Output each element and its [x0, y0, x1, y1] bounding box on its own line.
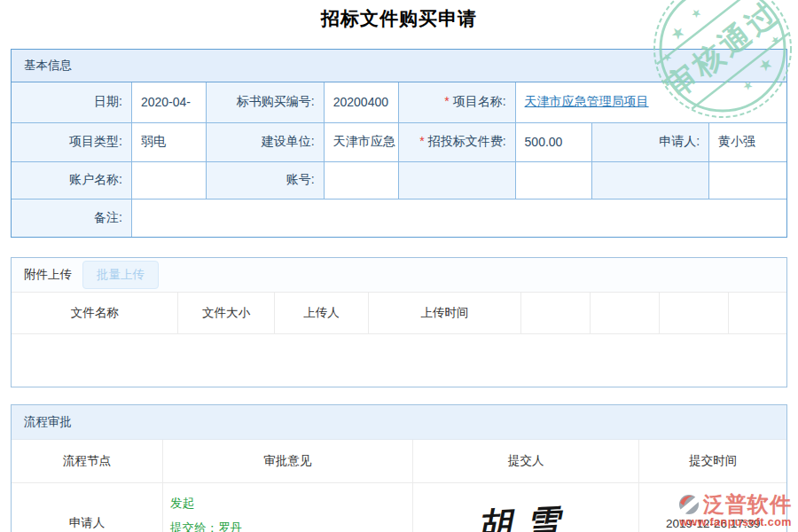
star-icon: ★: [768, 32, 783, 48]
empty-value-cell: [709, 161, 786, 199]
table-row: 项目类型: 弱电 建设单位: 天津市应急 *招投标文件费: 500.00 申请人…: [12, 122, 786, 161]
build-unit-label: 建设单位:: [206, 122, 324, 161]
approval-flow-section-header: 流程审批: [12, 405, 786, 440]
handwritten-signature: 胡雪: [477, 498, 575, 532]
col-approval-opinion: 审批意见: [162, 440, 412, 482]
table-row: 账户名称: 账号:: [12, 161, 786, 199]
account-no-label: 账号:: [206, 161, 324, 199]
table-header-cell: [520, 293, 591, 333]
approval-flow-section-title: 流程审批: [24, 414, 72, 430]
empty-label-cell: [592, 161, 709, 199]
required-mark: *: [419, 134, 424, 148]
purchase-no-label: 标书购买编号:: [206, 82, 324, 122]
attachments-section: 附件上传 批量上传 文件名称 文件大小 上传人 上传时间: [11, 257, 787, 387]
col-uploader: 上传人: [274, 293, 369, 333]
table-header-cell: [728, 293, 786, 333]
empty-table-body: [12, 333, 786, 387]
attachments-table: 文件名称 文件大小 上传人 上传时间: [12, 293, 786, 387]
applicant-label: 申请人:: [592, 122, 709, 161]
date-label: 日期:: [12, 82, 131, 122]
table-row: 备注:: [12, 199, 786, 237]
applicant-value: 黄小强: [709, 122, 786, 161]
build-unit-value: 天津市应急: [324, 122, 399, 161]
required-mark: *: [444, 94, 449, 108]
attachments-section-header: 附件上传 批量上传: [12, 258, 786, 293]
basic-info-section: 基本信息 日期: 2020-04- 标书购买编号: 20200400 *项目名称…: [11, 49, 787, 238]
basic-info-section-header: 基本信息: [12, 50, 786, 82]
col-submit-time: 提交时间: [639, 440, 786, 482]
table-header-row: 文件名称 文件大小 上传人 上传时间: [12, 293, 786, 333]
approval-flow-section: 流程审批 流程节点 审批意见 提交人 提交时间 申请人 发起 提交给：罗丹 胡雪: [11, 404, 787, 532]
tender-purchase-form-page: 招标文件购买申请 审核通过 ★ ★ ★ ★ ★ ★ 基本信息: [0, 0, 798, 532]
submit-time-value: 2019-12-26 17:39: [639, 482, 786, 532]
project-name-label-text: 项目名称:: [453, 94, 506, 108]
table-header-cell: [660, 293, 729, 333]
account-no-value: [324, 161, 399, 199]
col-file-name: 文件名称: [12, 293, 178, 333]
project-link[interactable]: 天津市应急管理局项目: [525, 94, 649, 108]
project-type-label: 项目类型:: [12, 122, 131, 161]
purchase-no-value: 20200400: [324, 82, 399, 122]
project-name-value: 天津市应急管理局项目: [515, 82, 786, 122]
col-submitter: 提交人: [413, 440, 639, 482]
bid-doc-fee-value: 500.00: [515, 122, 592, 161]
remark-label: 备注:: [12, 199, 131, 237]
account-name-value: [131, 161, 206, 199]
empty-value-cell: [515, 161, 592, 199]
basic-info-table: 日期: 2020-04- 标书购买编号: 20200400 *项目名称: 天津市…: [12, 82, 786, 237]
page-title: 招标文件购买申请: [0, 6, 798, 31]
table-header-row: 流程节点 审批意见 提交人 提交时间: [12, 440, 786, 482]
remark-value: [131, 199, 786, 237]
attachments-section-title: 附件上传: [24, 267, 72, 283]
table-row: 申请人 发起 提交给：罗丹 胡雪 2019-12-26 17:39: [12, 482, 786, 532]
project-name-label: *项目名称:: [399, 82, 515, 122]
batch-upload-button[interactable]: 批量上传: [82, 261, 159, 289]
approval-opinion-cell: 发起 提交给：罗丹: [162, 482, 412, 532]
col-upload-time: 上传时间: [369, 293, 520, 333]
account-name-label: 账户名称:: [12, 161, 131, 199]
table-header-cell: [591, 293, 660, 333]
table-row: 日期: 2020-04- 标书购买编号: 20200400 *项目名称: 天津市…: [12, 82, 786, 122]
empty-body-cell: [12, 333, 786, 387]
basic-info-section-title: 基本信息: [24, 58, 72, 74]
col-file-size: 文件大小: [178, 293, 274, 333]
col-flow-node: 流程节点: [12, 440, 162, 482]
project-type-value: 弱电: [131, 122, 206, 161]
approval-flow-table: 流程节点 审批意见 提交人 提交时间 申请人 发起 提交给：罗丹 胡雪 2019…: [12, 440, 786, 532]
flow-node-value: 申请人: [12, 482, 162, 532]
bid-doc-fee-label-text: 招投标文件费:: [428, 134, 506, 148]
bid-doc-fee-label: *招投标文件费:: [399, 122, 515, 161]
flow-action: 发起: [170, 491, 405, 516]
flow-submit-to: 提交给：罗丹: [170, 516, 405, 532]
submitter-signature-cell: 胡雪: [413, 482, 639, 532]
date-value: 2020-04-: [131, 82, 206, 122]
empty-label-cell: [399, 161, 515, 199]
